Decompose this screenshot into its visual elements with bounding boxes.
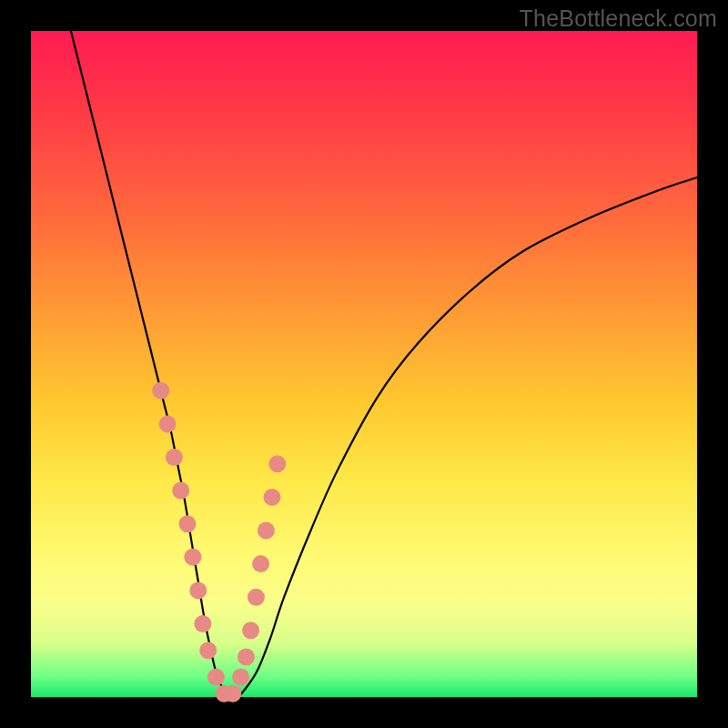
highlight-dot — [159, 415, 177, 432]
highlight-dot — [263, 489, 280, 506]
highlight-dot — [248, 589, 265, 606]
highlight-dot — [152, 382, 169, 399]
highlight-dot — [172, 482, 189, 500]
bottleneck-curve — [71, 31, 697, 698]
highlight-dot — [268, 455, 286, 472]
highlight-dot — [258, 522, 275, 540]
highlight-dot — [252, 555, 269, 572]
chart-svg — [31, 31, 697, 697]
highlight-dot — [242, 622, 259, 639]
highlight-dot — [184, 549, 201, 566]
plot-area — [31, 31, 697, 697]
highlight-dot — [189, 581, 207, 599]
highlight-dot — [199, 642, 217, 659]
highlight-dot — [207, 669, 225, 686]
highlight-dot — [232, 669, 249, 686]
watermark-label: TheBottleneck.com — [520, 5, 717, 32]
chart-frame: TheBottleneck.com — [0, 0, 728, 728]
highlight-dot — [179, 515, 197, 532]
highlight-dot — [166, 449, 183, 466]
highlight-dot — [194, 615, 211, 632]
highlight-dot — [238, 649, 255, 666]
highlight-dots-group — [152, 382, 286, 703]
highlight-dot — [224, 685, 241, 703]
